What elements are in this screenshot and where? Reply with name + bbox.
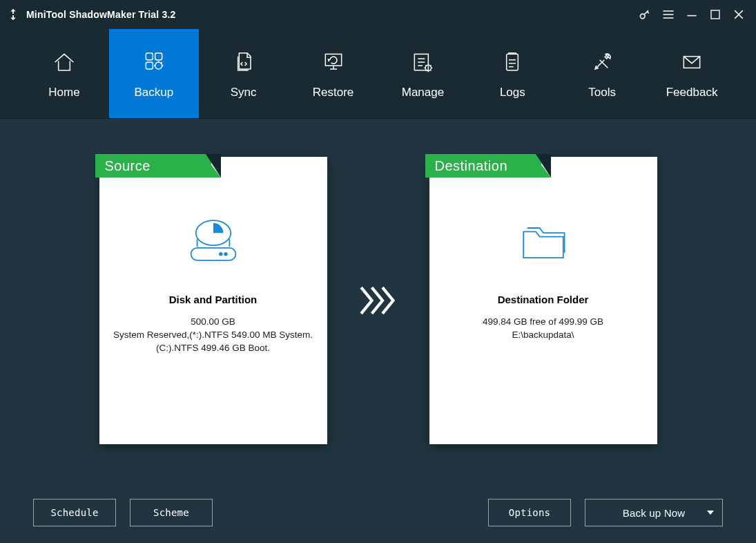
source-detail-1: System Reserved,(*:).NTFS 549.00 MB Syst…: [113, 330, 313, 340]
folder-icon: [512, 209, 574, 274]
tab-label: Manage: [402, 86, 444, 99]
minimize-button[interactable]: [680, 0, 704, 29]
source-banner: Source: [95, 154, 211, 182]
svg-rect-20: [507, 54, 518, 70]
app-logo-icon: [6, 7, 21, 22]
tab-label: Feedback: [666, 86, 718, 99]
bottom-bar: Schedule Scheme Options Back up Now: [0, 482, 756, 543]
svg-rect-5: [711, 10, 719, 19]
tab-logs[interactable]: Logs: [467, 29, 557, 118]
main-tabbar: Home Backup Sync Restore Manage Logs Too…: [0, 29, 756, 119]
tab-sync[interactable]: Sync: [199, 29, 289, 118]
tab-label: Restore: [313, 86, 354, 99]
tab-tools[interactable]: Tools: [557, 29, 647, 118]
chevrons-icon: [358, 281, 399, 320]
tab-label: Backup: [134, 86, 173, 99]
svg-rect-8: [146, 53, 153, 59]
backup-workspace: Source Disk and Partition 500.00 GB Syst…: [0, 119, 756, 482]
scheme-button[interactable]: Scheme: [130, 499, 213, 526]
destination-banner-label: Destination: [435, 158, 508, 174]
destination-path: E:\backupdata\: [512, 330, 574, 340]
options-button-label: Options: [509, 507, 550, 518]
source-banner-label: Source: [105, 158, 151, 174]
key-icon[interactable]: [633, 0, 657, 29]
tab-label: Sync: [231, 86, 257, 99]
destination-banner: Destination: [425, 154, 541, 182]
titlebar: MiniTool ShadowMaker Trial 3.2: [0, 0, 756, 29]
source-size: 500.00 GB: [191, 316, 235, 327]
svg-rect-10: [146, 62, 153, 69]
svg-point-26: [224, 253, 227, 256]
options-button[interactable]: Options: [488, 499, 571, 526]
chevron-down-icon: [707, 511, 714, 515]
tab-label: Logs: [500, 86, 525, 99]
schedule-button[interactable]: Schedule: [33, 499, 116, 526]
destination-card[interactable]: Destination Destination Folder 499.84 GB…: [429, 157, 657, 444]
close-button[interactable]: [727, 0, 750, 29]
hamburger-menu-icon[interactable]: [657, 0, 680, 29]
tab-feedback[interactable]: Feedback: [647, 29, 737, 118]
source-card[interactable]: Source Disk and Partition 500.00 GB Syst…: [99, 157, 327, 444]
source-detail-2: (C:).NTFS 499.46 GB Boot.: [156, 343, 270, 353]
scheme-button-label: Scheme: [153, 507, 189, 518]
app-title: MiniTool ShadowMaker Trial 3.2: [26, 9, 176, 20]
tab-label: Home: [48, 86, 79, 99]
backup-now-button[interactable]: Back up Now: [585, 499, 723, 526]
svg-point-0: [640, 14, 645, 19]
tab-home[interactable]: Home: [19, 29, 109, 118]
schedule-button-label: Schedule: [50, 507, 98, 518]
source-title: Disk and Partition: [169, 294, 258, 305]
destination-free: 499.84 GB free of 499.99 GB: [483, 316, 603, 327]
tab-manage[interactable]: Manage: [378, 29, 468, 118]
tab-backup[interactable]: Backup: [109, 29, 199, 118]
backup-now-button-label: Back up Now: [623, 507, 686, 519]
svg-rect-9: [155, 53, 162, 59]
disk-icon: [182, 209, 244, 274]
svg-point-27: [220, 253, 222, 256]
tab-restore[interactable]: Restore: [289, 29, 378, 118]
svg-rect-25: [191, 248, 235, 260]
tab-label: Tools: [588, 86, 616, 99]
maximize-button[interactable]: [704, 0, 727, 29]
destination-title: Destination Folder: [498, 294, 589, 305]
